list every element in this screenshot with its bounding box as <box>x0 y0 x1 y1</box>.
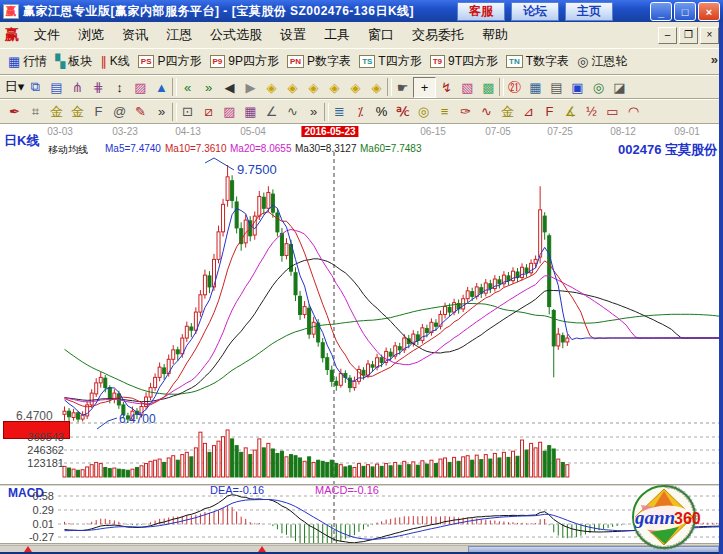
date-tick[interactable]: 05-04 <box>240 126 266 137</box>
grid-tool-button[interactable]: ⌗ <box>25 102 46 121</box>
calculator-button[interactable]: ▦ <box>525 78 546 97</box>
pattern-button[interactable]: ▨ <box>130 78 151 97</box>
wave-tool-button[interactable]: ∿ <box>282 102 303 121</box>
compress-button[interactable]: ◈ <box>366 78 387 97</box>
t-square-button[interactable]: TST四方形 <box>355 52 426 72</box>
kline-button[interactable]: ∥K线 <box>96 52 134 72</box>
pattern3-button[interactable]: ▩ <box>478 78 499 97</box>
minichart9-button[interactable]: ⋕ <box>88 78 109 97</box>
menu-browse[interactable]: 浏览 <box>69 26 113 44</box>
period-day-button[interactable]: 日▾ <box>4 78 25 97</box>
save-web-button[interactable]: ◎ <box>588 78 609 97</box>
pattern2-button[interactable]: ▧ <box>457 78 478 97</box>
prev-button[interactable]: ◀ <box>219 78 240 97</box>
gold-levels-button[interactable]: ≡ <box>434 102 455 121</box>
date-tick[interactable]: 03-03 <box>47 126 73 137</box>
minichart3-button[interactable]: ⋔ <box>67 78 88 97</box>
mdi-restore-button[interactable]: ❐ <box>679 27 698 44</box>
home-button[interactable]: 主页 <box>565 2 613 21</box>
date-tick[interactable]: 09-01 <box>674 126 700 137</box>
hand-tool-button[interactable]: ☛ <box>392 78 413 97</box>
minimize-button[interactable]: _ <box>650 2 672 21</box>
save-user-button[interactable]: ◪ <box>609 78 630 97</box>
maximize-button[interactable]: □ <box>674 2 696 21</box>
last-page-button[interactable]: » <box>198 78 219 97</box>
mdi-minimize-button[interactable]: – <box>658 27 677 44</box>
speed-lines-button[interactable]: ½ <box>581 102 602 121</box>
candle-style-button[interactable]: ↕ <box>109 78 130 97</box>
pan-left-button[interactable]: ◈ <box>261 78 282 97</box>
menu-gann[interactable]: 江恩 <box>157 26 201 44</box>
angle-f-button[interactable]: F <box>539 102 560 121</box>
menu-stock-picker[interactable]: 公式选股 <box>201 26 271 44</box>
info-view-button[interactable]: ▤ <box>46 78 67 97</box>
forum-button[interactable]: 论坛 <box>511 2 559 21</box>
flag-chart-button[interactable]: ▲ <box>151 78 172 97</box>
date-tick-selected[interactable]: 2016-05-23 <box>301 126 358 137</box>
date-tick[interactable]: 07-05 <box>485 126 511 137</box>
percent-lines-button[interactable]: ℀ <box>392 102 413 121</box>
more1[interactable]: » <box>151 102 172 121</box>
kline-chart[interactable] <box>0 124 723 545</box>
date-tick[interactable]: 04-13 <box>175 126 201 137</box>
first-page-button[interactable]: « <box>177 78 198 97</box>
zoom-in-button[interactable]: ◈ <box>303 78 324 97</box>
pan-right-button[interactable]: ◈ <box>282 78 303 97</box>
service-button[interactable]: 客服 <box>457 2 505 21</box>
menu-news[interactable]: 资讯 <box>113 26 157 44</box>
more2[interactable]: » <box>303 102 324 121</box>
fan-lines-button[interactable]: ⧄ <box>198 102 219 121</box>
quote-button[interactable]: ▦行情 <box>4 52 51 72</box>
spiral-tool-button[interactable]: @ <box>109 102 130 121</box>
menu-trade[interactable]: 交易委托 <box>403 26 473 44</box>
date-tick[interactable]: 03-23 <box>112 126 138 137</box>
gold-grid2-button[interactable]: 金 <box>67 102 88 121</box>
measure-button[interactable]: ↯ <box>436 78 457 97</box>
menu-settings[interactable]: 设置 <box>271 26 315 44</box>
close-button[interactable]: × <box>698 2 720 21</box>
retrace-pct-button[interactable]: ⁒ <box>350 102 371 121</box>
p-square-button[interactable]: PSP四方形 <box>134 52 206 72</box>
9p-square-button[interactable]: P99P四方形 <box>206 52 283 72</box>
sector-button[interactable]: ▚板块 <box>51 52 96 72</box>
box-tool-button[interactable]: ⊡ <box>177 102 198 121</box>
f-grid-button[interactable]: F <box>88 102 109 121</box>
menu-file[interactable]: 文件 <box>25 26 69 44</box>
date-tick[interactable]: 06-15 <box>420 126 446 137</box>
date-tick[interactable]: 07-25 <box>547 126 573 137</box>
angle-lines-button[interactable]: ∠ <box>261 102 282 121</box>
mdi-close-button[interactable]: × <box>700 27 719 44</box>
report-button[interactable]: ▤ <box>546 78 567 97</box>
shade-box-button[interactable]: ▨ <box>219 102 240 121</box>
zoom-window-button[interactable]: ⧉ <box>25 78 46 97</box>
gold-grid-button[interactable]: 金 <box>46 102 67 121</box>
9t-square-button[interactable]: T99T四方形 <box>426 52 502 72</box>
wave2-button[interactable]: ∿ <box>476 102 497 121</box>
t-table-button[interactable]: TNT数字表 <box>502 52 573 72</box>
gann-circle-button[interactable]: ◎ <box>413 102 434 121</box>
save-button[interactable]: ▣ <box>567 78 588 97</box>
toolbar-overflow-chevron[interactable]: » <box>711 52 718 67</box>
zoom-out-button[interactable]: ◈ <box>324 78 345 97</box>
pen-grid-button[interactable]: ✎ <box>130 102 151 121</box>
next-button[interactable]: ▶ <box>240 78 261 97</box>
percent-button[interactable]: % <box>371 102 392 121</box>
ruler-tool-button[interactable]: ≣ <box>329 102 350 121</box>
angle-gold-button[interactable]: ∡ <box>560 102 581 121</box>
quill-tool-button[interactable]: ✒ <box>4 102 25 121</box>
fan-tool-button[interactable]: ▭ <box>602 102 623 121</box>
hatch-box-button[interactable]: ▦ <box>240 102 261 121</box>
menu-tools[interactable]: 工具 <box>315 26 359 44</box>
gann-wheel-button[interactable]: ◎江恩轮 <box>573 52 631 72</box>
arc-tool-button[interactable]: ◠ <box>623 102 644 121</box>
crosshair-button[interactable]: + <box>413 77 436 98</box>
menu-window[interactable]: 窗口 <box>359 26 403 44</box>
pen2-button[interactable]: ✑ <box>455 102 476 121</box>
gold-ratio-button[interactable]: 金 <box>497 102 518 121</box>
expand-button[interactable]: ◈ <box>345 78 366 97</box>
angle-j-button[interactable]: ⊿ <box>518 102 539 121</box>
calendar-button[interactable]: ㉑ <box>504 78 525 97</box>
date-tick[interactable]: 08-12 <box>610 126 636 137</box>
menu-help[interactable]: 帮助 <box>473 26 517 44</box>
p-table-button[interactable]: PNP数字表 <box>283 52 355 72</box>
